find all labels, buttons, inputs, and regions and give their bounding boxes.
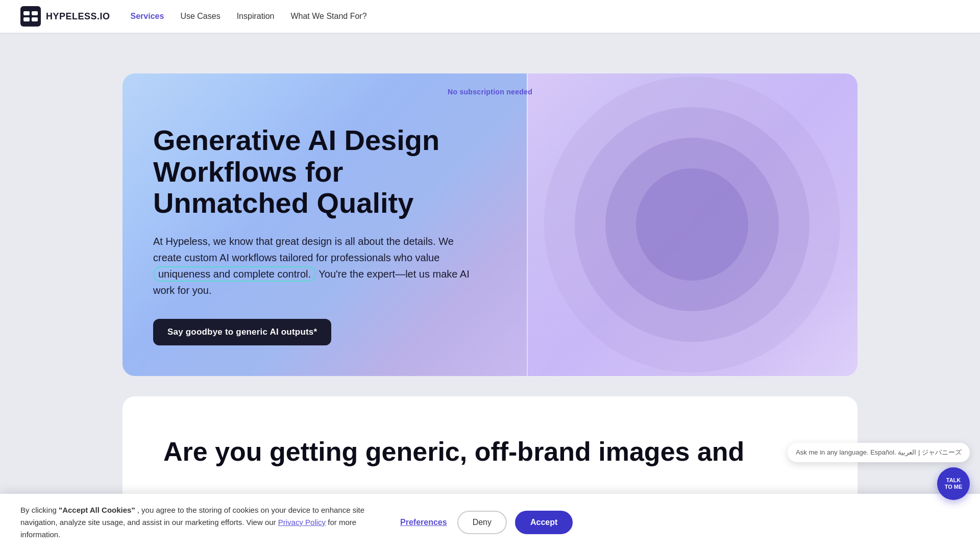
cookie-message-bold: "Accept All Cookies" bbox=[59, 506, 135, 514]
svg-rect-1 bbox=[32, 11, 38, 15]
brand-name: HYPELESS.IO bbox=[46, 11, 110, 22]
preferences-button[interactable]: Preferences bbox=[398, 514, 449, 531]
hero-description: At Hypeless, we know that great design i… bbox=[153, 233, 470, 298]
nav-link-services[interactable]: Services bbox=[131, 12, 164, 20]
nav-item-usecases[interactable]: Use Cases bbox=[180, 12, 220, 21]
nav-item-inspiration[interactable]: Inspiration bbox=[237, 12, 275, 21]
svg-rect-0 bbox=[23, 11, 30, 15]
cookie-message-pre: By clicking bbox=[20, 506, 57, 514]
cta-button[interactable]: Say goodbye to generic AI outputs* bbox=[153, 319, 331, 345]
accept-button[interactable]: Accept bbox=[515, 511, 573, 534]
cookie-actions: Preferences Deny Accept bbox=[398, 511, 573, 534]
hero-desc-part1: At Hypeless, we know that great design i… bbox=[153, 236, 454, 263]
chat-button-label: TALKTO ME bbox=[945, 477, 963, 490]
svg-rect-2 bbox=[23, 17, 30, 21]
below-title: Are you getting generic, off-brand image… bbox=[163, 437, 817, 466]
hero-title: Generative AI Design Workflows for Unmat… bbox=[153, 124, 496, 219]
cookie-privacy-link[interactable]: Privacy Policy bbox=[278, 518, 326, 527]
hero-divider bbox=[527, 73, 528, 376]
arc-4 bbox=[636, 168, 748, 281]
nav-link-stand-for[interactable]: What We Stand For? bbox=[290, 12, 366, 20]
nav-link-usecases[interactable]: Use Cases bbox=[180, 12, 220, 20]
deny-button[interactable]: Deny bbox=[457, 511, 507, 534]
logo-link[interactable]: HYPELESS.IO bbox=[20, 6, 110, 27]
chat-button[interactable]: TALKTO ME bbox=[937, 467, 970, 500]
chat-language-bar: Ask me in any language. Español. العربية… bbox=[788, 443, 970, 462]
svg-rect-3 bbox=[32, 17, 38, 21]
hero-badge: No subscription needed bbox=[448, 88, 532, 96]
nav-item-services[interactable]: Services bbox=[131, 12, 164, 21]
cookie-text: By clicking "Accept All Cookies" , you a… bbox=[20, 504, 378, 541]
nav-link-inspiration[interactable]: Inspiration bbox=[237, 12, 275, 20]
section-card: Are you getting generic, off-brand image… bbox=[122, 396, 857, 507]
hero-right-panel bbox=[527, 73, 857, 376]
nav-menu: Services Use Cases Inspiration What We S… bbox=[131, 12, 367, 21]
arcs-decoration bbox=[539, 73, 845, 376]
cookie-banner: By clicking "Accept All Cookies" , you a… bbox=[0, 494, 980, 551]
logo-icon bbox=[23, 11, 38, 21]
logo-box bbox=[20, 6, 41, 27]
hero-card: No subscription needed Generative AI Des… bbox=[122, 73, 857, 376]
chat-widget: Ask me in any language. Español. العربية… bbox=[788, 443, 970, 500]
nav-item-stand-for[interactable]: What We Stand For? bbox=[290, 12, 366, 21]
hero-wrapper: No subscription needed Generative AI Des… bbox=[0, 33, 980, 396]
navbar: HYPELESS.IO Services Use Cases Inspirati… bbox=[0, 0, 980, 33]
hero-left-panel: Generative AI Design Workflows for Unmat… bbox=[122, 73, 527, 376]
hero-highlight: uniqueness and complete control. bbox=[153, 266, 316, 282]
